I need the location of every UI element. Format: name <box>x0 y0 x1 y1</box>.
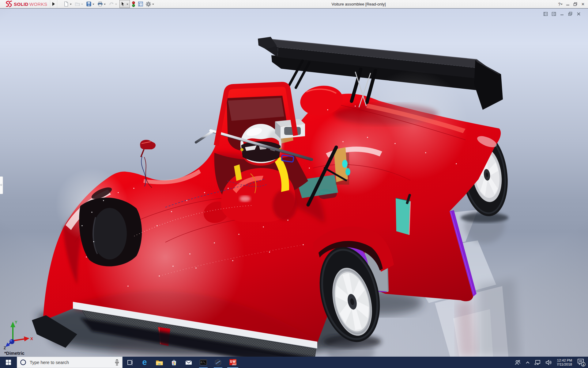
brand-works: WORKS <box>29 2 47 7</box>
open-menu-caret[interactable] <box>81 4 83 5</box>
brand-solid: SOLID <box>14 2 28 7</box>
show-hidden-icons-button[interactable] <box>523 357 532 368</box>
start-button[interactable] <box>0 357 17 368</box>
taskbar-store[interactable] <box>167 357 181 368</box>
print-menu-caret[interactable] <box>104 4 106 5</box>
doc-close-icon <box>577 12 581 16</box>
rebuild-traffic-light-icon <box>131 1 136 7</box>
quick-access-toolbar <box>63 0 156 8</box>
save-button[interactable] <box>85 0 96 8</box>
open-folder-icon <box>75 1 80 7</box>
taskbar-mail[interactable] <box>181 357 196 368</box>
solidworks-logo-icon <box>4 1 13 7</box>
new-document-icon <box>63 1 69 7</box>
graphics-area: Y X Z *Dimetric <box>0 8 588 357</box>
taskbar-clock[interactable]: 12:42 PM 7/11/2018 <box>554 358 575 366</box>
window-controls: ? × <box>556 0 587 8</box>
flyout-arrow-icon <box>52 2 55 6</box>
network-button[interactable] <box>532 357 543 368</box>
pane-expand-right-button[interactable] <box>551 11 556 17</box>
network-icon <box>534 360 541 365</box>
solidworks-2017-icon: SW 2017 <box>229 358 237 366</box>
undo-icon <box>109 1 114 7</box>
search-input[interactable] <box>29 360 112 365</box>
undo-button[interactable] <box>108 0 119 8</box>
solidworks-logo: SOLIDWORKS <box>0 0 50 8</box>
chevron-up-icon <box>525 361 530 364</box>
store-icon <box>170 359 178 366</box>
document-window-controls <box>543 11 581 17</box>
restore-icon <box>573 2 577 6</box>
edge-icon: e <box>142 358 147 366</box>
axis-y-label: Y <box>15 320 17 324</box>
cmd-prompt-text: C:\_ <box>201 361 206 364</box>
speaker-icon <box>545 360 552 365</box>
new-document-menu-caret[interactable] <box>70 4 72 5</box>
select-cursor-icon <box>120 1 126 7</box>
document-title: Voiture assomblee [Read-only] <box>331 2 386 6</box>
rebuild-button[interactable] <box>131 0 136 8</box>
help-menu-caret[interactable] <box>561 4 563 5</box>
options-menu-caret[interactable] <box>152 4 154 5</box>
restore-button[interactable] <box>571 0 579 8</box>
minimize-icon <box>566 2 570 6</box>
windows-taskbar: e C:\_ <box>0 357 588 368</box>
view-orientation-label: *Dimetric <box>4 351 24 356</box>
taskbar-edrawings[interactable] <box>211 357 225 368</box>
air-intake-box <box>275 119 305 139</box>
new-document-button[interactable] <box>63 0 73 8</box>
feature-manager-collapsed-tab[interactable] <box>0 176 3 194</box>
minimize-button[interactable] <box>564 0 571 8</box>
doc-minimize-icon <box>560 12 564 16</box>
taskbar-command-prompt[interactable]: C:\_ <box>196 357 211 368</box>
microphone-icon[interactable] <box>115 359 119 366</box>
mail-icon <box>185 359 192 366</box>
pane-right-icon <box>552 12 556 16</box>
windows-logo-icon <box>6 360 11 365</box>
toolbar-expand-button[interactable] <box>50 0 57 8</box>
taskbar-file-explorer[interactable] <box>152 357 167 368</box>
open-button[interactable] <box>74 0 85 8</box>
file-properties-icon <box>138 1 143 7</box>
action-center-button[interactable]: 2 <box>575 357 588 368</box>
options-gear-icon <box>145 1 151 7</box>
volume-button[interactable] <box>543 357 554 368</box>
taskbar-edge[interactable]: e <box>137 357 152 368</box>
sw-year: 2017 <box>232 363 236 366</box>
document-close-button[interactable] <box>576 11 581 17</box>
taskbar-solidworks-2017[interactable]: SW 2017 <box>225 357 240 368</box>
print-button[interactable] <box>97 0 107 8</box>
close-button[interactable]: × <box>579 0 587 8</box>
system-tray: 12:42 PM 7/11/2018 2 <box>512 357 588 368</box>
task-view-button[interactable] <box>123 357 137 368</box>
taskbar-search-box[interactable] <box>17 357 123 368</box>
file-explorer-icon <box>156 359 163 366</box>
document-restore-button[interactable] <box>567 11 573 17</box>
undo-menu-caret[interactable] <box>115 4 117 5</box>
task-view-icon <box>126 359 133 366</box>
clock-time: 12:42 PM <box>557 358 572 362</box>
file-properties-button[interactable] <box>137 0 144 8</box>
pane-expand-left-button[interactable] <box>543 11 548 17</box>
select-button[interactable] <box>119 0 130 8</box>
clock-date: 7/11/2018 <box>557 362 572 366</box>
reference-triad: Y X Z <box>2 319 39 349</box>
select-menu-caret[interactable] <box>126 4 128 5</box>
axis-z-label: Z <box>4 346 6 349</box>
cyan-pod <box>342 160 348 168</box>
options-button[interactable] <box>145 0 156 8</box>
action-center-icon: 2 <box>577 358 586 367</box>
3d-viewport[interactable] <box>0 9 588 357</box>
command-prompt-icon: C:\_ <box>200 359 207 366</box>
save-icon <box>86 1 92 7</box>
save-menu-caret[interactable] <box>92 4 94 5</box>
people-button[interactable] <box>512 357 523 368</box>
sw-label: SW <box>230 360 236 363</box>
document-minimize-button[interactable] <box>559 11 565 17</box>
notification-badge: 2 <box>582 362 584 366</box>
hexagon-app-icon <box>214 359 222 366</box>
title-bar: SOLIDWORKS <box>0 0 588 8</box>
cortana-icon <box>20 359 26 366</box>
axis-x-label: X <box>30 336 33 341</box>
print-icon <box>97 1 103 7</box>
